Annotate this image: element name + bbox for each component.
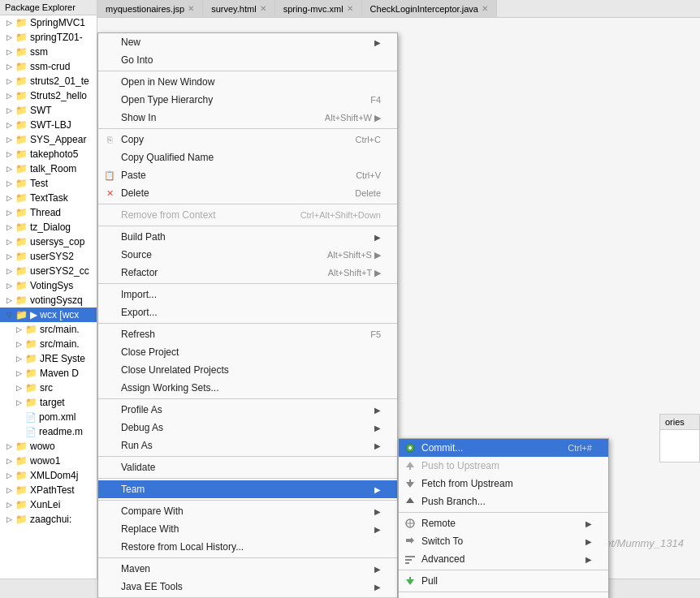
sidebar-item[interactable]: ▷📁zaagchui:: [0, 512, 97, 527]
menu-item-open-type-hierarchy[interactable]: Open Type Hierarchy F4: [98, 91, 397, 109]
sidebar-item[interactable]: ▷📁usersys_cop: [0, 234, 97, 249]
sidebar-item[interactable]: ▷📁takephoto5: [0, 147, 97, 161]
sidebar-item[interactable]: ▷📁SWT-LBJ: [0, 118, 97, 132]
context-menu: New ▶ Go Into Open in New Window Open Ty…: [97, 32, 398, 598]
sidebar-item[interactable]: ▷📁SWT: [0, 103, 97, 118]
tab-2[interactable]: spring-mvc.xml ✕: [275, 0, 362, 17]
sidebar-item[interactable]: ▷📁VotingSys: [0, 278, 97, 293]
sidebar-item-pom[interactable]: 📄pom.xml: [0, 410, 97, 424]
menu-item-maven[interactable]: Maven ▶: [98, 560, 397, 578]
menu-item-paste[interactable]: 📋 Paste Ctrl+V: [98, 166, 397, 184]
sidebar-item[interactable]: ▷📁src: [0, 381, 97, 395]
menu-item-refresh[interactable]: Refresh F5: [98, 325, 397, 343]
submenu-item-commit[interactable]: Commit... Ctrl+#: [399, 439, 608, 457]
submenu-item-advanced[interactable]: Advanced ▶: [399, 550, 608, 568]
sidebar-item[interactable]: ▷📁ssm-crud: [0, 59, 97, 74]
menu-item-compare-with[interactable]: Compare With ▶: [98, 502, 397, 520]
menu-item-remove-context[interactable]: Remove from Context Ctrl+Alt+Shift+Down: [98, 206, 397, 224]
sidebar-item[interactable]: ▷📁src/main.: [0, 322, 97, 337]
sidebar-item[interactable]: ▷📁ssm: [0, 45, 97, 59]
sidebar-item[interactable]: ▷📁XPathTest: [0, 483, 97, 497]
separator: [98, 128, 397, 129]
sidebar-item[interactable]: ▷📁SpringMVC1: [0, 15, 97, 30]
sidebar-item[interactable]: ▷📁target: [0, 395, 97, 410]
sidebar-item-readme[interactable]: 📄readme.m: [0, 424, 97, 439]
sidebar-header: Package Explorer: [0, 0, 97, 15]
submenu-item-fetch-upstream[interactable]: Fetch from Upstream: [399, 475, 608, 493]
sidebar-item[interactable]: ▷📁springTZ01-: [0, 30, 97, 45]
menu-item-import[interactable]: Import...: [98, 286, 397, 303]
sidebar-item-thread[interactable]: ▷📁Thread: [0, 205, 97, 220]
sidebar-item[interactable]: ▷📁userSYS2: [0, 249, 97, 264]
tab-close-0[interactable]: ✕: [188, 4, 194, 13]
menu-item-copy-qualified[interactable]: Copy Qualified Name: [98, 148, 397, 166]
submenu-item-switch-to[interactable]: Switch To ▶: [399, 532, 608, 550]
separator: [399, 570, 608, 570]
menu-item-new[interactable]: New ▶: [98, 33, 397, 51]
expand-icon: ▷: [6, 296, 13, 304]
tab-3[interactable]: CheckLoginInterceptor.java ✕: [362, 0, 497, 17]
sidebar-item[interactable]: ▷📁TextTask: [0, 191, 97, 205]
menu-item-export[interactable]: Export...: [98, 303, 397, 321]
sidebar-item[interactable]: ▷📁struts2_01_te: [0, 74, 97, 88]
folder-icon: 📁: [15, 46, 28, 58]
sidebar-item[interactable]: ▷📁XMLDom4j: [0, 468, 97, 483]
tab-close-3[interactable]: ✕: [482, 4, 488, 13]
submenu-item-push-upstream[interactable]: Push to Upstream: [399, 457, 608, 475]
folder-icon: 📁: [25, 368, 37, 379]
sidebar-item[interactable]: ▷📁Struts2_hello: [0, 88, 97, 103]
sidebar-item[interactable]: ▷📁XunLei: [0, 497, 97, 512]
expand-icon: ▷: [6, 165, 13, 173]
menu-item-delete[interactable]: ✕ Delete Delete: [98, 184, 397, 202]
submenu-item-push-branch[interactable]: Push Branch...: [399, 493, 608, 510]
svg-marker-13: [406, 579, 414, 585]
folder-icon: 📁: [15, 441, 28, 452]
tab-1[interactable]: survey.html ✕: [203, 0, 274, 17]
sidebar-item[interactable]: ▷📁JRE Syste: [0, 351, 97, 366]
menu-item-validate[interactable]: Validate: [98, 458, 397, 476]
submenu-item-synchronize[interactable]: Synchronize Workspace: [399, 594, 608, 598]
menu-item-copy[interactable]: ⎘ Copy Ctrl+C: [98, 131, 397, 148]
sidebar-item-wcx[interactable]: ▽📁▶ wcx [wcx: [0, 308, 97, 322]
menu-item-refactor[interactable]: Refactor Alt+Shift+T ▶: [98, 264, 397, 282]
svg-rect-5: [409, 480, 411, 482]
menu-item-replace-with[interactable]: Replace With ▶: [98, 520, 397, 538]
menu-item-java-ee-tools[interactable]: Java EE Tools ▶: [98, 578, 397, 596]
menu-item-profile-as[interactable]: Profile As ▶: [98, 401, 397, 419]
folder-icon: 📁: [15, 119, 28, 131]
expand-icon: ▷: [6, 62, 13, 71]
submenu-item-remote[interactable]: Remote ▶: [399, 514, 608, 532]
menu-item-source[interactable]: Source Alt+Shift+S ▶: [98, 246, 397, 264]
sidebar-item[interactable]: ▷📁Maven D: [0, 366, 97, 381]
menu-item-restore-local[interactable]: Restore from Local History...: [98, 538, 397, 556]
sidebar-item[interactable]: ▷📁wowo: [0, 439, 97, 454]
folder-icon: 📁: [15, 32, 28, 43]
sidebar-item[interactable]: ▷📁wowo1: [0, 454, 97, 468]
repos-panel: ories: [659, 414, 700, 462]
fetch-icon: [404, 477, 417, 490]
menu-item-show-in[interactable]: Show In Alt+Shift+W ▶: [98, 109, 397, 127]
tab-0[interactable]: myquestionaires.jsp ✕: [97, 0, 203, 17]
sidebar-item[interactable]: ▷📁votingSyszq: [0, 293, 97, 308]
menu-item-debug-as[interactable]: Debug As ▶: [98, 419, 397, 437]
tab-close-1[interactable]: ✕: [260, 4, 266, 13]
tab-bar: myquestionaires.jsp ✕ survey.html ✕ spri…: [97, 0, 700, 18]
menu-item-run-as[interactable]: Run As ▶: [98, 437, 397, 454]
submenu-item-pull[interactable]: Pull: [399, 572, 608, 590]
expand-icon: ▷: [16, 384, 23, 392]
menu-item-open-new-window[interactable]: Open in New Window: [98, 73, 397, 91]
sidebar-item[interactable]: ▷📁src/main.: [0, 337, 97, 351]
sidebar-item[interactable]: ▷📁userSYS2_cc: [0, 264, 97, 278]
menu-item-build-path[interactable]: Build Path ▶: [98, 228, 397, 246]
menu-item-go-into[interactable]: Go Into: [98, 51, 397, 69]
sidebar-item[interactable]: ▷📁talk_Room: [0, 161, 97, 176]
tab-close-2[interactable]: ✕: [347, 4, 353, 13]
sidebar-item[interactable]: ▷📁Test: [0, 176, 97, 191]
sidebar-item[interactable]: ▷📁tz_Dialog: [0, 220, 97, 234]
menu-item-team[interactable]: Team ▶: [98, 480, 397, 498]
menu-item-assign-working-sets[interactable]: Assign Working Sets...: [98, 379, 397, 397]
sidebar-item[interactable]: ▷📁SYS_Appear: [0, 132, 97, 147]
expand-icon: ▷: [6, 77, 13, 85]
menu-item-close-unrelated[interactable]: Close Unrelated Projects: [98, 361, 397, 379]
menu-item-close-project[interactable]: Close Project: [98, 343, 397, 361]
